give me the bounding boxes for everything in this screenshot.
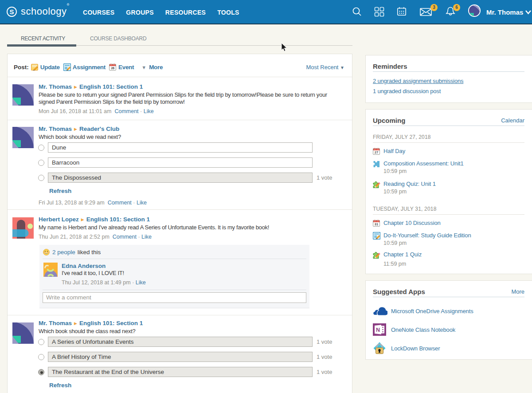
svg-text:N: N bbox=[376, 327, 380, 333]
svg-text:31: 31 bbox=[375, 222, 378, 226]
svg-text:27: 27 bbox=[375, 150, 378, 154]
svg-text:26: 26 bbox=[111, 66, 114, 70]
